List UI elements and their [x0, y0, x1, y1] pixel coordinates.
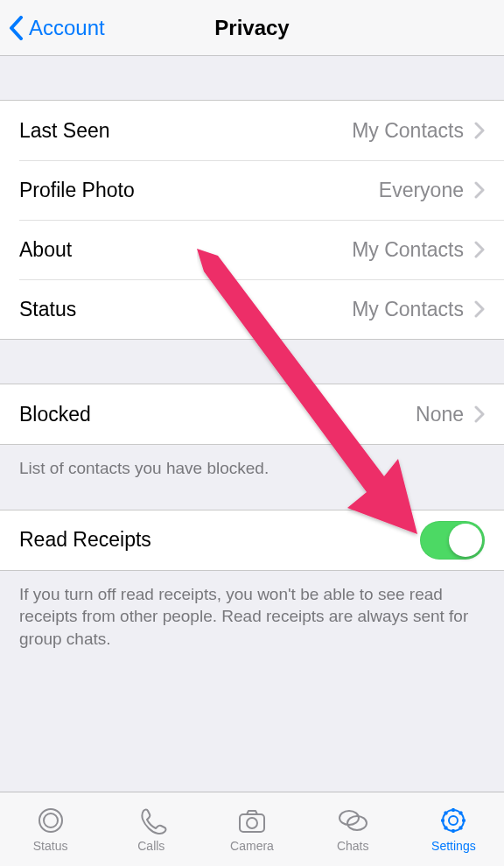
row-label: Last Seen [19, 119, 352, 143]
row-value: My Contacts [352, 238, 464, 262]
svg-point-5 [340, 811, 359, 825]
tab-bar: Status Calls Camera Chats [0, 792, 504, 866]
gear-icon [437, 806, 470, 835]
row-label: About [19, 238, 352, 262]
row-value: My Contacts [352, 298, 464, 321]
tab-label: Camera [230, 839, 274, 853]
chat-icon [336, 806, 369, 835]
svg-point-8 [449, 816, 458, 825]
svg-line-16 [459, 812, 462, 814]
back-label: Account [29, 16, 105, 40]
read-receipts-toggle[interactable] [420, 521, 485, 560]
chevron-right-icon [474, 122, 485, 139]
svg-point-4 [247, 818, 257, 828]
row-blocked[interactable]: Blocked None [0, 384, 504, 444]
chevron-right-icon [474, 405, 485, 423]
back-button[interactable]: Account [9, 0, 105, 55]
tab-calls[interactable]: Calls [101, 792, 201, 866]
privacy-visibility-group: Last Seen My Contacts Profile Photo Ever… [0, 100, 504, 340]
tab-label: Chats [337, 839, 369, 853]
svg-line-13 [444, 812, 447, 814]
phone-icon [135, 806, 168, 835]
read-receipts-group: Read Receipts [0, 510, 504, 571]
tab-status[interactable]: Status [0, 792, 101, 866]
row-last-seen[interactable]: Last Seen My Contacts [0, 101, 504, 160]
camera-icon [235, 806, 269, 835]
row-label: Blocked [19, 403, 416, 426]
row-label: Profile Photo [19, 179, 379, 202]
read-receipts-footer: If you turn off read receipts, you won't… [0, 571, 504, 651]
row-value: None [416, 403, 464, 426]
blocked-footer: List of contacts you have blocked. [0, 445, 504, 480]
tab-camera[interactable]: Camera [201, 792, 302, 866]
tab-settings[interactable]: Settings [403, 792, 504, 866]
status-icon [34, 806, 67, 835]
row-status[interactable]: Status My Contacts [0, 279, 504, 339]
tab-label: Calls [137, 839, 164, 853]
chevron-right-icon [474, 241, 485, 258]
svg-line-14 [459, 827, 462, 829]
toggle-knob [449, 524, 482, 557]
svg-line-15 [444, 827, 447, 829]
nav-header: Account Privacy [0, 0, 504, 56]
svg-point-6 [347, 816, 367, 830]
tab-chats[interactable]: Chats [303, 792, 403, 866]
row-about[interactable]: About My Contacts [0, 220, 504, 279]
row-label: Status [19, 298, 352, 321]
row-label: Read Receipts [19, 528, 420, 552]
back-chevron-icon [9, 16, 24, 40]
page-title: Privacy [214, 16, 289, 40]
blocked-group: Blocked None [0, 384, 504, 445]
svg-point-1 [39, 809, 62, 832]
tab-label: Settings [431, 839, 476, 853]
row-read-receipts: Read Receipts [0, 510, 504, 570]
row-value: My Contacts [352, 119, 464, 143]
tab-label: Status [33, 839, 68, 853]
svg-point-2 [44, 813, 58, 827]
chevron-right-icon [474, 300, 485, 318]
chevron-right-icon [474, 181, 485, 199]
row-profile-photo[interactable]: Profile Photo Everyone [0, 160, 504, 220]
row-value: Everyone [379, 179, 464, 202]
